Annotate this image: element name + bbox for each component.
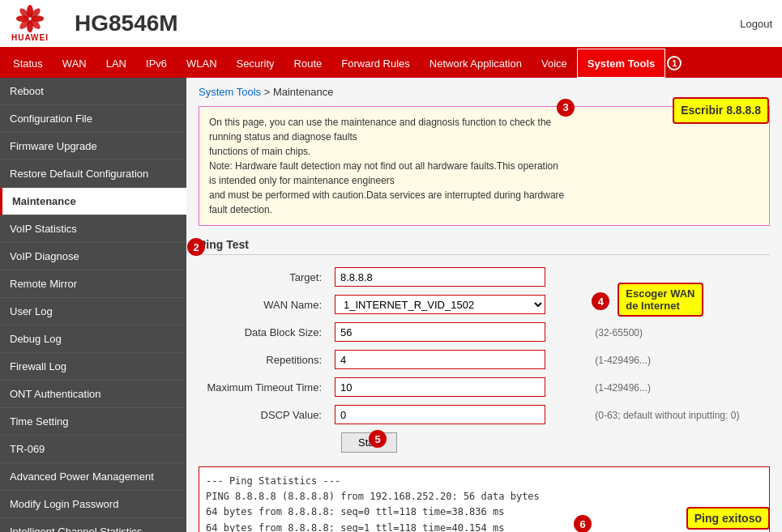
- sidebar-item-remote-mirror[interactable]: Remote Mirror: [0, 270, 186, 298]
- repetitions-label: Repetitions:: [199, 346, 328, 373]
- nav-status[interactable]: Status: [3, 49, 53, 78]
- breadcrumb-parent[interactable]: System Tools: [199, 86, 261, 98]
- huawei-logo-icon: [10, 5, 50, 33]
- device-name: HG8546M: [66, 11, 740, 36]
- nav-ipv6[interactable]: IPv6: [136, 49, 177, 78]
- ping-output-container: 6 ← Ping exitoso --- Ping Statistics ---…: [199, 466, 770, 532]
- dscp-input[interactable]: [335, 405, 545, 424]
- sidebar-item-maintenance[interactable]: Maintenance: [0, 188, 186, 215]
- timeout-input[interactable]: [335, 377, 545, 397]
- sidebar-item-user-log[interactable]: User Log: [0, 298, 186, 326]
- form-row-datablock: Data Block Size: (32-65500): [199, 318, 770, 346]
- form-row-timeout: Maximum Timeout Time: (1-429496...): [199, 373, 770, 401]
- sidebar-item-time-setting[interactable]: Time Setting: [0, 408, 186, 436]
- annotation-escoger: Escoger WAN de Internet: [617, 283, 703, 317]
- annotation-badge-3: 3: [557, 99, 575, 117]
- info-text-4: and must be performed with caution.Data …: [209, 188, 566, 217]
- repetitions-input[interactable]: [335, 350, 545, 369]
- repetitions-hint: (1-429496...): [595, 355, 651, 366]
- form-row-wan: WAN Name: 1_INTERNET_R_VID_1502 2_TR069_…: [199, 291, 770, 318]
- breadcrumb: System Tools > Maintenance: [199, 86, 770, 98]
- sidebar-item-ont-authentication[interactable]: ONT Authentication: [0, 381, 186, 408]
- sidebar: Reboot Configuration File Firmware Upgra…: [0, 78, 186, 532]
- sidebar-item-configuration-file[interactable]: Configuration File: [0, 105, 186, 133]
- sidebar-item-intelligent-channel[interactable]: Intelligent Channel Statistics: [0, 518, 186, 532]
- target-label: Target:: [199, 263, 328, 291]
- ping-form-table: Target: WAN Name: 1_INTERNET_R_VID_1502 …: [199, 263, 770, 457]
- breadcrumb-current: Maintenance: [273, 86, 333, 98]
- nav-system-tools[interactable]: System Tools: [577, 49, 666, 78]
- sidebar-item-tr069[interactable]: TR-069: [0, 436, 186, 463]
- wan-name-select[interactable]: 1_INTERNET_R_VID_1502 2_TR069_R_VID_1503…: [335, 295, 545, 314]
- sidebar-item-voip-diagnose[interactable]: VoIP Diagnose: [0, 243, 186, 270]
- ping-test-section: 2 Ping Test Target: WAN Name: 1_INTERNET…: [199, 238, 770, 532]
- brand-name: HUAWEI: [11, 33, 49, 42]
- sidebar-item-reboot[interactable]: Reboot: [0, 78, 186, 105]
- info-box: 3 Escribir 8.8.8.8 On this page, you can…: [199, 106, 770, 226]
- annotation-badge-2: 2: [187, 238, 205, 256]
- content-area: System Tools > Maintenance 3 Escribir 8.…: [186, 78, 782, 532]
- form-row-dscp: DSCP Value: (0-63; default without input…: [199, 401, 770, 428]
- info-text-1: On this page, you can use the maintenanc…: [209, 115, 566, 144]
- timeout-label: Maximum Timeout Time:: [199, 373, 328, 401]
- nav-security[interactable]: Security: [227, 49, 284, 78]
- datablock-input[interactable]: [335, 322, 545, 342]
- ping-output-textarea[interactable]: --- Ping Statistics --- PING 8.8.8.8 (8.…: [199, 466, 770, 532]
- ping-test-title: Ping Test: [199, 238, 770, 255]
- wan-name-label: WAN Name:: [199, 291, 328, 318]
- info-text-2: functions of main chips.: [209, 144, 566, 159]
- form-row-start: Start 5: [199, 428, 770, 457]
- datablock-hint: (32-65500): [595, 327, 643, 338]
- breadcrumb-separator: >: [264, 86, 273, 98]
- dscp-label: DSCP Value:: [199, 401, 328, 428]
- annotation-ping-exitoso: Ping exitoso: [686, 507, 770, 530]
- sidebar-item-firmware-upgrade[interactable]: Firmware Upgrade: [0, 133, 186, 160]
- sidebar-item-modify-login[interactable]: Modify Login Password: [0, 491, 186, 518]
- annotation-badge-5: 5: [369, 430, 387, 448]
- datablock-label: Data Block Size:: [199, 318, 328, 346]
- nav-forward-rules[interactable]: Forward Rules: [331, 49, 420, 78]
- sidebar-item-restore-default[interactable]: Restore Default Configuration: [0, 160, 186, 188]
- logout-button[interactable]: Logout: [740, 18, 772, 30]
- nav-wan[interactable]: WAN: [53, 49, 96, 78]
- sidebar-item-advanced-power[interactable]: Advanced Power Management: [0, 463, 186, 491]
- nav-route[interactable]: Route: [284, 49, 332, 78]
- info-text-3: Note: Hardware fault detection may not f…: [209, 159, 566, 188]
- header: HUAWEI HG8546M Logout: [0, 0, 782, 49]
- sidebar-item-debug-log[interactable]: Debug Log: [0, 326, 186, 353]
- sidebar-item-firewall-log[interactable]: Firewall Log: [0, 353, 186, 381]
- nav-voice[interactable]: Voice: [532, 49, 577, 78]
- timeout-hint: (1-429496...): [595, 382, 651, 394]
- nav-network-application[interactable]: Network Application: [420, 49, 532, 78]
- nav-lan[interactable]: LAN: [96, 49, 136, 78]
- logo-area: HUAWEI: [10, 5, 50, 42]
- dscp-hint: (0-63; default without inputting: 0): [595, 410, 739, 421]
- nav-badge: 1: [667, 56, 682, 70]
- sidebar-item-voip-statistics[interactable]: VoIP Statistics: [0, 215, 186, 243]
- navigation-bar: Status WAN LAN IPv6 WLAN Security Route …: [0, 49, 782, 78]
- annotation-badge-6: 6: [574, 515, 592, 532]
- form-row-repetitions: Repetitions: (1-429496...): [199, 346, 770, 373]
- annotation-escribir: Escribir 8.8.8.8: [673, 97, 769, 124]
- target-input[interactable]: [335, 267, 545, 287]
- nav-wlan[interactable]: WLAN: [177, 49, 227, 78]
- main-layout: Reboot Configuration File Firmware Upgra…: [0, 78, 782, 532]
